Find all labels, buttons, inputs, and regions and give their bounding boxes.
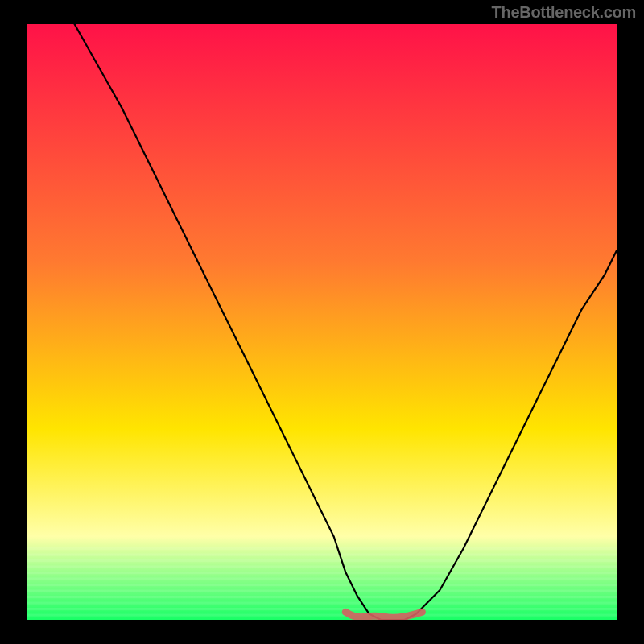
svg-rect-9 bbox=[27, 602, 617, 605]
watermark-label: TheBottleneck.com bbox=[492, 3, 636, 22]
svg-rect-6 bbox=[27, 584, 617, 586]
svg-rect-0 bbox=[27, 547, 617, 550]
svg-rect-5 bbox=[27, 578, 617, 580]
svg-rect-11 bbox=[27, 614, 617, 617]
svg-rect-8 bbox=[27, 596, 617, 598]
svg-rect-2 bbox=[27, 559, 617, 562]
bottleneck-chart bbox=[27, 24, 617, 620]
svg-rect-3 bbox=[27, 566, 617, 568]
chart-frame: TheBottleneck.com bbox=[0, 0, 644, 644]
svg-rect-10 bbox=[27, 608, 617, 610]
svg-rect-1 bbox=[27, 554, 617, 556]
gradient-background bbox=[27, 24, 617, 620]
svg-rect-4 bbox=[27, 572, 617, 574]
plot-area bbox=[27, 24, 617, 620]
svg-rect-7 bbox=[27, 590, 617, 592]
